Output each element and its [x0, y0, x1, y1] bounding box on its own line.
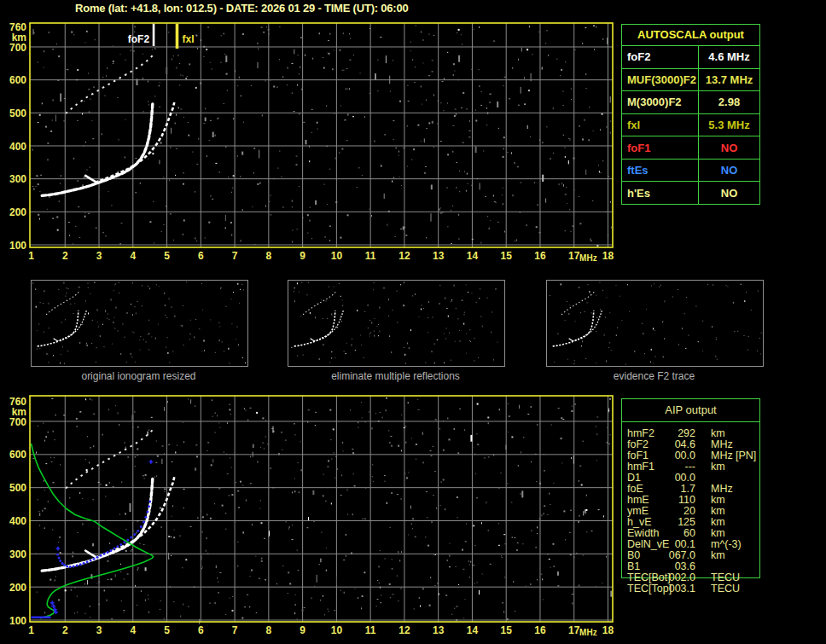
param-label: MUF(3000)F2 — [622, 69, 699, 91]
svg-text:7: 7 — [232, 250, 238, 262]
page-title: Rome (lat: +41.8, lon: 012.5) - DATE: 20… — [75, 2, 409, 15]
svg-text:14: 14 — [467, 624, 479, 636]
param-unit: TECU — [711, 583, 740, 595]
autoscala-row-foF1: foF1 NO — [622, 136, 759, 159]
svg-text:5: 5 — [164, 624, 170, 636]
param-unit: km — [711, 550, 725, 561]
svg-text:2: 2 — [62, 624, 68, 636]
svg-text:MHz: MHz — [579, 253, 597, 263]
svg-text:14: 14 — [467, 250, 479, 262]
autoscala-row-fxI: fxI 5.3 MHz — [622, 113, 759, 136]
autoscala-row-hEs: h'Es NO — [622, 181, 759, 204]
svg-text:500: 500 — [9, 107, 26, 119]
svg-text:600: 600 — [9, 74, 26, 86]
svg-text:6: 6 — [198, 250, 204, 262]
svg-text:16: 16 — [534, 624, 546, 636]
param-label: foF1 — [622, 136, 699, 159]
autoscala-row-M3000F2: M(3000)F2 2.98 — [622, 90, 759, 113]
svg-text:12: 12 — [398, 250, 410, 262]
svg-text:4: 4 — [130, 250, 136, 262]
svg-text:13: 13 — [433, 250, 445, 262]
svg-text:500: 500 — [9, 482, 26, 494]
svg-text:13: 13 — [433, 624, 445, 636]
svg-text:10: 10 — [331, 624, 343, 636]
param-label: foF2 — [622, 46, 699, 68]
svg-text:2: 2 — [62, 250, 68, 262]
svg-text:5: 5 — [164, 250, 170, 262]
svg-text:17: 17 — [568, 250, 580, 262]
autoscala-row-foF2: foF2 4.6 MHz — [622, 45, 759, 68]
svg-text:400: 400 — [9, 515, 26, 527]
param-value: NO — [699, 136, 759, 159]
thumbnail-caption-eliminate: eliminate multiple reflections — [288, 370, 503, 382]
svg-text:foF2: foF2 — [128, 33, 150, 45]
svg-text:400: 400 — [9, 141, 26, 153]
aip-row-TECTop: TEC[Top]003.1TECU — [622, 583, 759, 595]
svg-text:18: 18 — [602, 250, 614, 262]
svg-text:11: 11 — [365, 250, 376, 262]
param-unit: km — [711, 461, 725, 473]
svg-text:17: 17 — [568, 624, 580, 636]
svg-text:300: 300 — [9, 548, 26, 560]
param-value: 5.3 MHz — [699, 114, 759, 136]
param-extra: [PN] — [736, 450, 756, 461]
thumbnail-evidence-f2-trace — [546, 280, 764, 367]
param-value: 2.98 — [699, 91, 759, 113]
svg-text:10: 10 — [331, 250, 343, 262]
param-value: 13.7 MHz — [699, 69, 759, 91]
svg-text:1: 1 — [28, 624, 34, 636]
svg-text:12: 12 — [398, 624, 410, 636]
svg-text:8: 8 — [266, 250, 272, 262]
svg-text:16: 16 — [534, 250, 546, 262]
svg-text:600: 600 — [9, 449, 26, 461]
param-label: M(3000)F2 — [622, 91, 699, 113]
svg-text:11: 11 — [365, 624, 376, 636]
svg-text:15: 15 — [501, 624, 513, 636]
autoscala-panel-title: AUTOSCALA output — [622, 25, 759, 45]
aip-output-panel: AIP output hmF2292kmfoF204.6MHzfoF100.0M… — [621, 398, 760, 578]
svg-text:4: 4 — [130, 624, 136, 636]
svg-text:MHz: MHz — [579, 628, 597, 637]
param-value: 4.6 MHz — [699, 46, 759, 68]
svg-text:300: 300 — [9, 173, 26, 185]
svg-text:3: 3 — [96, 250, 102, 262]
svg-text:15: 15 — [501, 250, 513, 262]
param-value: NO — [699, 160, 759, 182]
svg-text:18: 18 — [602, 624, 614, 636]
svg-text:100: 100 — [9, 615, 26, 627]
param-label: ftEs — [622, 160, 699, 182]
aip-panel-title: AIP output — [622, 399, 759, 422]
svg-text:700: 700 — [9, 42, 26, 54]
param-label: h'Es — [622, 182, 699, 204]
svg-text:3: 3 — [96, 624, 102, 636]
thumbnail-eliminate-reflections — [288, 280, 505, 367]
thumbnail-caption-original: original ionogram resized — [31, 370, 247, 382]
svg-text:100: 100 — [9, 240, 26, 252]
autoscala-output-panel: AUTOSCALA output foF2 4.6 MHz MUF(3000)F… — [621, 24, 760, 205]
svg-text:200: 200 — [9, 206, 26, 218]
svg-text:7: 7 — [232, 624, 238, 636]
top-ionogram-chart: 760km70060050040030020010012345678910111… — [0, 15, 627, 266]
param-label: fxI — [622, 114, 699, 136]
svg-text:700: 700 — [9, 416, 26, 428]
svg-text:200: 200 — [9, 582, 26, 594]
param-value: NO — [699, 182, 759, 204]
svg-text:9: 9 — [300, 250, 305, 262]
thumbnail-original-ionogram — [31, 280, 248, 367]
autoscala-row-ftEs: ftEs NO — [622, 159, 759, 182]
thumbnail-caption-evidence: evidence F2 trace — [546, 370, 762, 382]
bottom-ionogram-chart: 760km70060050040030020010012345678910111… — [0, 384, 627, 641]
svg-text:6: 6 — [198, 624, 204, 636]
svg-text:fxI: fxI — [183, 33, 195, 45]
svg-text:9: 9 — [300, 624, 305, 636]
param-value: 003.1 — [654, 583, 695, 595]
svg-text:8: 8 — [266, 624, 272, 636]
autoscala-row-MUF3000F2: MUF(3000)F2 13.7 MHz — [622, 68, 759, 91]
svg-text:1: 1 — [28, 250, 34, 262]
